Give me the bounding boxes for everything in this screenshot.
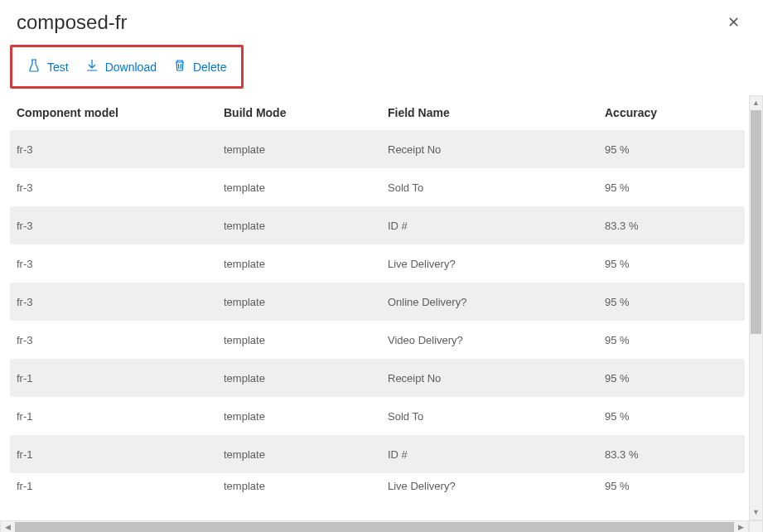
cell-accuracy: 95 %	[605, 480, 745, 492]
cell-build-mode: template	[224, 296, 388, 308]
cell-field-name: Sold To	[388, 181, 605, 194]
cell-component-model: fr-3	[10, 220, 224, 232]
table-row[interactable]: fr-3templateReceipt No95 %	[10, 130, 745, 168]
cell-component-model: fr-1	[10, 448, 224, 461]
cell-build-mode: template	[224, 448, 388, 461]
table-header-row: Component model Build Mode Field Name Ac…	[10, 95, 745, 130]
table-row[interactable]: fr-1templateID #83.3 %	[10, 435, 745, 473]
download-label: Download	[105, 60, 157, 74]
cell-accuracy: 95 %	[605, 143, 745, 156]
toolbar: Test Download Delete	[10, 45, 244, 89]
cell-component-model: fr-1	[10, 410, 224, 423]
delete-button[interactable]: Delete	[173, 59, 226, 75]
test-label: Test	[47, 60, 69, 74]
vertical-scrollbar[interactable]: ▲ ▼	[749, 95, 763, 520]
scroll-left-icon[interactable]: ◀	[1, 521, 15, 532]
cell-component-model: fr-3	[10, 181, 224, 194]
cell-build-mode: template	[224, 220, 388, 232]
flask-icon	[27, 59, 41, 75]
cell-accuracy: 95 %	[605, 296, 745, 308]
cell-build-mode: template	[224, 480, 388, 492]
vertical-scroll-thumb[interactable]	[751, 110, 761, 334]
cell-accuracy: 95 %	[605, 181, 745, 194]
table-row[interactable]: fr-1templateSold To95 %	[10, 397, 745, 435]
header-build-mode[interactable]: Build Mode	[224, 106, 388, 119]
table-row[interactable]: fr-3templateVideo Delivery?95 %	[10, 321, 745, 359]
cell-component-model: fr-3	[10, 258, 224, 270]
header-field-name[interactable]: Field Name	[388, 106, 605, 119]
trash-icon	[173, 59, 186, 75]
cell-accuracy: 83.3 %	[605, 448, 745, 461]
cell-field-name: Receipt No	[388, 372, 605, 384]
cell-accuracy: 95 %	[605, 258, 745, 270]
horizontal-scroll-thumb[interactable]	[15, 522, 734, 532]
download-button[interactable]: Download	[85, 59, 157, 75]
cell-accuracy: 95 %	[605, 334, 745, 346]
table-row[interactable]: fr-3templateLive Delivery?95 %	[10, 244, 745, 283]
test-button[interactable]: Test	[27, 59, 69, 75]
cell-accuracy: 95 %	[605, 410, 745, 423]
download-icon	[85, 59, 99, 75]
model-fields-table: Component model Build Mode Field Name Ac…	[0, 95, 745, 499]
page-title: composed-fr	[17, 11, 127, 34]
table-row[interactable]: fr-1templateLive Delivery?95 %	[10, 473, 745, 499]
cell-component-model: fr-1	[10, 372, 224, 384]
cell-field-name: ID #	[388, 220, 605, 232]
cell-build-mode: template	[224, 410, 388, 423]
scroll-right-icon[interactable]: ▶	[734, 521, 748, 532]
highlighted-toolbar-region: Test Download Delete	[0, 41, 763, 95]
table-body: fr-3templateReceipt No95 %fr-3templateSo…	[10, 130, 745, 499]
cell-field-name: Live Delivery?	[388, 480, 605, 492]
horizontal-scrollbar[interactable]: ◀ ▶	[0, 520, 749, 532]
cell-component-model: fr-3	[10, 334, 224, 346]
cell-component-model: fr-3	[10, 143, 224, 156]
cell-field-name: Sold To	[388, 410, 605, 423]
scroll-down-icon[interactable]: ▼	[750, 505, 762, 520]
cell-field-name: Receipt No	[388, 143, 605, 156]
scroll-corner	[749, 520, 763, 532]
header-component-model[interactable]: Component model	[10, 106, 224, 119]
table-row[interactable]: fr-3templateSold To95 %	[10, 168, 745, 206]
cell-component-model: fr-3	[10, 296, 224, 308]
cell-field-name: ID #	[388, 448, 605, 461]
close-icon: ✕	[727, 14, 740, 31]
cell-accuracy: 83.3 %	[605, 220, 745, 232]
cell-build-mode: template	[224, 258, 388, 270]
table-row[interactable]: fr-1templateReceipt No95 %	[10, 359, 745, 397]
scroll-container: Component model Build Mode Field Name Ac…	[0, 95, 763, 532]
table-row[interactable]: fr-3templateID #83.3 %	[10, 206, 745, 244]
close-button[interactable]: ✕	[721, 10, 746, 35]
cell-field-name: Video Delivery?	[388, 334, 605, 346]
cell-build-mode: template	[224, 181, 388, 194]
cell-accuracy: 95 %	[605, 372, 745, 384]
header-accuracy[interactable]: Accuracy	[605, 106, 745, 119]
cell-component-model: fr-1	[10, 480, 224, 492]
cell-build-mode: template	[224, 143, 388, 156]
delete-label: Delete	[193, 60, 226, 74]
scroll-up-icon[interactable]: ▲	[750, 96, 762, 110]
cell-field-name: Live Delivery?	[388, 258, 605, 270]
cell-build-mode: template	[224, 372, 388, 384]
table-row[interactable]: fr-3templateOnline Delivery?95 %	[10, 283, 745, 321]
cell-field-name: Online Delivery?	[388, 296, 605, 308]
cell-build-mode: template	[224, 334, 388, 346]
